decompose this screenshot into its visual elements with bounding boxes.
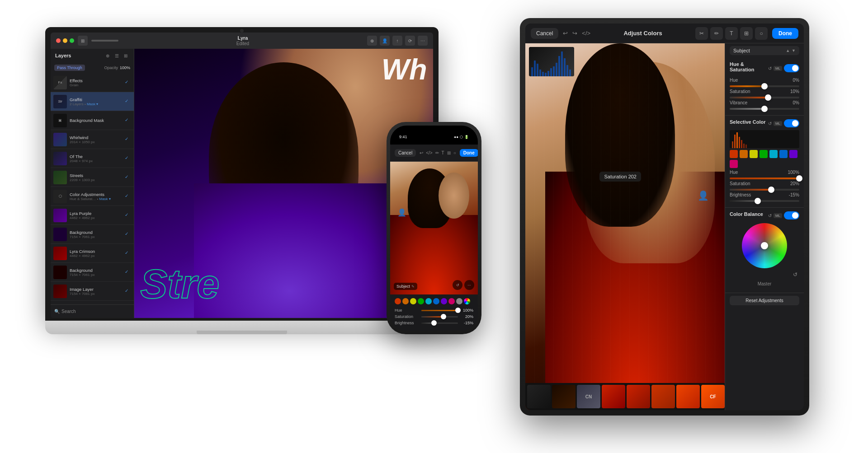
grid-icon[interactable]: ⊞ — [740, 27, 753, 40]
iphone-dot-orange[interactable] — [402, 298, 409, 304]
ipad-redo-icon[interactable]: ↪ — [572, 30, 577, 37]
iphone-hue-slider[interactable] — [421, 310, 458, 311]
iphone-undo-icon[interactable]: ↩ — [420, 150, 423, 155]
thumb-item[interactable] — [627, 385, 650, 408]
layer-visibility-check[interactable]: ✓ — [125, 174, 131, 181]
mac-close-button[interactable] — [56, 38, 61, 43]
layer-item[interactable]: Streets 2209 × 1303 px ✓ — [51, 168, 134, 187]
layer-visibility-check[interactable]: ✓ — [125, 79, 131, 86]
selective-bright-slider[interactable] — [730, 200, 799, 202]
layer-item[interactable]: Lyra Crimson 4462 × 4962 px ✓ — [51, 244, 134, 263]
iphone-dot-yellow[interactable] — [410, 298, 416, 304]
iphone-bright-slider[interactable] — [421, 322, 458, 324]
iphone-sat-slider[interactable] — [421, 316, 458, 318]
thumb-item[interactable] — [552, 385, 576, 408]
selective-sat-slider[interactable] — [730, 189, 799, 191]
person-icon[interactable]: 👤 — [380, 36, 390, 46]
iphone-dot-gray[interactable] — [456, 298, 462, 304]
layer-visibility-check[interactable]: ✓ — [125, 136, 131, 143]
selective-hue-thumb[interactable] — [796, 175, 802, 182]
swatch-blue[interactable] — [779, 150, 788, 158]
layer-visibility-check[interactable]: ✓ — [125, 98, 131, 105]
layer-visibility-check[interactable]: ✓ — [125, 269, 131, 276]
sidebar-search[interactable]: 🔍 Search — [51, 304, 134, 318]
color-balance-reset-icon[interactable]: ↺ — [768, 213, 772, 218]
hue-slider[interactable] — [730, 85, 799, 87]
blend-mode-button[interactable]: Pass Through — [54, 65, 85, 71]
iphone-text-icon[interactable]: T — [442, 150, 444, 155]
thumb-item[interactable] — [602, 385, 625, 408]
mac-maximize-button[interactable] — [70, 38, 74, 43]
layer-visibility-check[interactable]: ✓ — [125, 250, 131, 257]
layers-add-icon[interactable]: ⊕ — [104, 52, 111, 59]
layer-visibility-check[interactable]: ✓ — [125, 155, 131, 162]
layer-item[interactable]: Background 7154 × 7061 px ✓ — [51, 263, 134, 282]
layer-item[interactable]: ⬡ Color Adjustments Hue & Saturat… • Mas… — [51, 187, 134, 206]
iphone-circle-icon[interactable]: ○ — [453, 150, 456, 155]
thumb-item-cf[interactable]: CF — [701, 385, 725, 408]
selective-hue-slider[interactable] — [730, 177, 799, 179]
layer-visibility-check[interactable]: ✓ — [125, 231, 131, 238]
reset-adjustments-button[interactable]: Reset Adjustments — [730, 296, 799, 305]
hue-sat-reset-icon[interactable]: ↺ — [768, 66, 772, 71]
crop-icon[interactable]: ✂ — [695, 27, 708, 40]
iphone-dot-green[interactable] — [418, 298, 424, 304]
iphone-brush-icon[interactable]: ✏ — [435, 150, 439, 155]
history-icon[interactable]: ⟳ — [405, 36, 415, 46]
iphone-grid-icon[interactable]: ⊞ — [447, 150, 451, 155]
selective-reset-icon[interactable]: ↺ — [768, 121, 772, 126]
vibrance-slider[interactable] — [730, 108, 799, 110]
ipad-code-icon[interactable]: </> — [582, 30, 590, 37]
iphone-reset-btn[interactable]: ↺ — [453, 280, 462, 290]
color-balance-toggle[interactable] — [784, 211, 799, 219]
color-wheel-dot[interactable] — [761, 242, 768, 249]
layer-visibility-check[interactable]: ✓ — [125, 288, 131, 294]
thumb-item[interactable] — [676, 385, 700, 408]
ipad-done-button[interactable]: Done — [772, 28, 798, 39]
iphone-code-icon[interactable]: </> — [426, 150, 432, 155]
layer-item[interactable]: Str Graffiti 2 Layers • Mask ▾ ✓ — [51, 92, 134, 111]
swatch-magenta[interactable] — [730, 160, 738, 168]
share-icon[interactable]: ⊕ — [367, 36, 377, 46]
iphone-more-btn[interactable]: ⋯ — [464, 280, 474, 290]
swatch-green[interactable] — [760, 150, 768, 158]
iphone-dot-cyan[interactable] — [425, 298, 432, 304]
ipad-cancel-button[interactable]: Cancel — [531, 28, 558, 39]
layer-visibility-check[interactable]: ✓ — [125, 212, 131, 219]
hue-slider-thumb[interactable] — [761, 83, 768, 89]
more-icon[interactable]: ⋯ — [418, 36, 428, 46]
hue-sat-toggle[interactable] — [784, 64, 799, 72]
mac-minimize-button[interactable] — [63, 38, 67, 43]
layer-item[interactable]: Of The 2048 × 974 px ✓ — [51, 149, 134, 168]
iphone-cancel-button[interactable]: Cancel — [395, 149, 416, 157]
layer-item[interactable]: Image Layer 7154 × 7081 px ✓ — [51, 282, 134, 301]
selective-color-toggle[interactable] — [784, 119, 799, 127]
swatch-cyan[interactable] — [769, 150, 778, 158]
layer-item[interactable]: Background 7154 × 7061 px ✓ — [51, 225, 134, 244]
saturation-slider[interactable] — [730, 97, 799, 98]
layers-settings-icon[interactable]: ☰ — [113, 52, 120, 59]
selective-bright-thumb[interactable] — [755, 198, 761, 204]
sidebar-toggle-icon[interactable]: ⊞ — [78, 36, 88, 46]
circle-icon[interactable]: ○ — [755, 27, 768, 40]
iphone-bright-thumb[interactable] — [431, 320, 437, 326]
iphone-dot-red[interactable] — [395, 298, 401, 304]
vibrance-slider-thumb[interactable] — [761, 106, 768, 112]
thumb-item[interactable] — [527, 385, 551, 408]
iphone-dot-rainbow[interactable] — [464, 298, 470, 304]
iphone-dot-magenta[interactable] — [448, 298, 455, 304]
saturation-slider-thumb[interactable] — [765, 94, 771, 101]
thumb-item-cn[interactable]: CN — [577, 385, 600, 408]
layer-visibility-check[interactable]: ✓ — [125, 117, 131, 124]
layer-item[interactable]: Lyra Purple 4462 × 4962 px ✓ — [51, 206, 134, 225]
swatch-purple[interactable] — [789, 150, 797, 158]
iphone-sat-thumb[interactable] — [441, 314, 446, 319]
layer-visibility-check[interactable]: ✓ — [125, 193, 131, 200]
text-icon[interactable]: T — [725, 27, 738, 40]
selective-sat-thumb[interactable] — [768, 187, 774, 193]
swatch-yellow[interactable] — [750, 150, 758, 158]
thumb-item[interactable] — [651, 385, 675, 408]
layer-item[interactable]: Whirlwind 2014 × 1050 px ✓ — [51, 130, 134, 149]
brush-icon[interactable]: ✏ — [710, 27, 723, 40]
layer-item[interactable]: Fx Effects Grain ✓ — [51, 73, 134, 92]
